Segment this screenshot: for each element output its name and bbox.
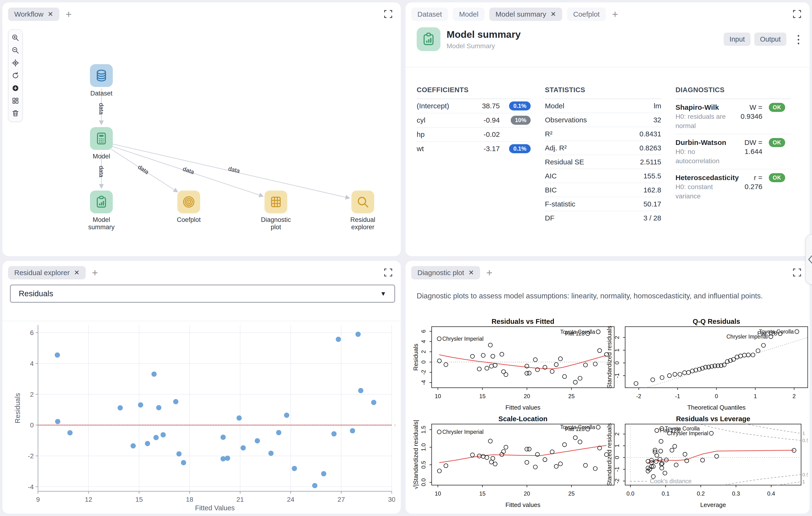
- trash-icon[interactable]: [11, 109, 20, 117]
- table-row: wt-3.170.1%: [417, 142, 531, 156]
- close-icon[interactable]: ✕: [48, 11, 53, 18]
- select-value: Residuals: [19, 289, 53, 298]
- layout-icon[interactable]: [11, 97, 20, 105]
- tab-model[interactable]: Model: [453, 8, 485, 21]
- section-heading: DIAGNOSTICS: [675, 86, 791, 99]
- svg-text:data: data: [98, 166, 105, 178]
- zoom-out-icon[interactable]: [11, 46, 20, 55]
- table-row: hp-0.02: [417, 128, 531, 142]
- workflow-node-model_summary[interactable]: Model summary: [82, 191, 120, 231]
- statistic-symbol: W =: [729, 103, 762, 112]
- svg-text:1: 1: [614, 349, 620, 352]
- tab-dataset[interactable]: Dataset: [411, 8, 448, 21]
- input-button[interactable]: Input: [724, 32, 751, 46]
- tab-label: Residual explorer: [14, 269, 69, 277]
- add-tab-icon[interactable]: +: [486, 267, 492, 279]
- diagnostic-plot-panel: Diagnostic plot✕+ Diagnostic plots to as…: [406, 261, 810, 514]
- null-hypothesis: H0: no autocorrelation: [675, 147, 729, 166]
- scale-location-plot: 101520250.00.51.01.5Scale-LocationFitted…: [406, 414, 614, 516]
- residuals-vs-fitted-plot: 10152025-4-20246Residuals vs FittedFitte…: [406, 317, 614, 426]
- test-status: OK: [762, 138, 785, 166]
- tab-coefplot[interactable]: Coefplot: [567, 8, 606, 21]
- diagnostic-tabbar: Diagnostic plot✕+: [411, 266, 492, 279]
- fullscreen-icon[interactable]: [792, 9, 802, 19]
- expand-side-panel-handle[interactable]: [805, 234, 812, 284]
- svg-text:Residuals vs Fitted: Residuals vs Fitted: [491, 318, 554, 325]
- svg-text:4: 4: [30, 360, 34, 367]
- residuals-scatter-chart: -4-202469121518212427300Fitted ValuesRes…: [8, 322, 395, 513]
- close-icon[interactable]: ✕: [74, 269, 79, 276]
- table-row: DF3 / 28: [545, 211, 661, 225]
- statistic-value: 3 / 28: [643, 214, 661, 222]
- svg-text:0.0: 0.0: [627, 490, 634, 497]
- statistic-value: 0.8431: [639, 130, 661, 138]
- tab-model-summary[interactable]: Model summary✕: [489, 8, 562, 21]
- add-tab-icon[interactable]: +: [92, 267, 98, 279]
- coefficient-value: -0.94: [467, 116, 500, 124]
- statistic-value: 0.9346: [729, 112, 762, 121]
- refresh-icon[interactable]: [11, 71, 20, 80]
- svg-text:Fitted values: Fitted values: [505, 501, 541, 508]
- test-statistic: DW =1.644: [729, 138, 762, 166]
- test-name: Shapiro-Wilk: [675, 103, 729, 112]
- diagnostic-test: Durbin-WatsonH0: no autocorrelation: [675, 138, 729, 166]
- svg-text:Leverage: Leverage: [700, 501, 726, 508]
- table-row: Modellm: [545, 99, 661, 113]
- diagnostic-test: Shapiro-WilkH0: residuals are normal: [675, 103, 729, 130]
- statistic-value: lm: [654, 102, 661, 110]
- svg-text:data: data: [228, 165, 240, 174]
- table-row: Shapiro-WilkH0: residuals are normalW =0…: [675, 99, 791, 134]
- add-tab-icon[interactable]: +: [65, 8, 72, 20]
- statistic-label: Adj. R²: [545, 144, 639, 152]
- significance-badge: 0.1%: [509, 144, 531, 153]
- svg-text:Chrysler Imperial: Chrysler Imperial: [442, 336, 484, 342]
- svg-text:Standardized residuals: Standardized residuals: [606, 423, 613, 486]
- zoom-in-icon[interactable]: [11, 33, 20, 42]
- svg-text:Residuals: Residuals: [412, 344, 419, 371]
- node-label: Model: [82, 153, 120, 160]
- summary-header: Model summary Model Summary InputOutput: [417, 27, 800, 53]
- svg-text:Residuals vs Leverage: Residuals vs Leverage: [676, 415, 750, 423]
- fullscreen-icon[interactable]: [384, 268, 393, 277]
- tab-residual-explorer[interactable]: Residual explorer✕: [8, 266, 86, 279]
- add-node-icon[interactable]: [11, 84, 20, 92]
- tab-diagnostic-plot[interactable]: Diagnostic plot✕: [411, 266, 480, 279]
- add-tab-icon[interactable]: +: [612, 8, 618, 20]
- svg-text:0: 0: [614, 361, 620, 364]
- svg-text:21: 21: [236, 496, 244, 503]
- table-row: HeteroscedasticityH0: constant variancer…: [675, 169, 791, 204]
- close-icon[interactable]: ✕: [468, 269, 474, 276]
- statistic-label: R²: [545, 130, 639, 138]
- svg-text:Toyota Corolla: Toyota Corolla: [560, 329, 595, 335]
- null-hypothesis: H0: residuals are normal: [675, 112, 729, 130]
- svg-text:2: 2: [614, 432, 620, 435]
- locate-icon[interactable]: [11, 59, 20, 67]
- residual-type-select[interactable]: Residuals ▼: [10, 284, 395, 303]
- workflow-toolbar: [8, 29, 23, 122]
- divider: [406, 67, 810, 67]
- svg-text:1.0: 1.0: [420, 443, 427, 451]
- tab-label: Dataset: [417, 10, 442, 18]
- tab-workflow[interactable]: Workflow✕: [8, 8, 59, 21]
- workflow-node-residual_explorer[interactable]: Residual explorer: [344, 191, 382, 231]
- workflow-node-diagnostic_plot[interactable]: Diagnostic plot: [257, 191, 295, 231]
- fullscreen-icon[interactable]: [792, 268, 802, 277]
- workflow-node-model[interactable]: Model: [82, 127, 120, 160]
- statistic-value: 155.5: [643, 172, 661, 180]
- svg-text:9: 9: [36, 496, 40, 503]
- svg-text:data: data: [137, 163, 150, 175]
- report-icon: [90, 191, 113, 213]
- page-subtitle: Model Summary: [446, 42, 495, 50]
- residual-explorer-panel: Residual explorer✕+ Residuals ▼ -4-20246…: [2, 261, 401, 514]
- workflow-node-coefplot[interactable]: Coefplot: [170, 191, 208, 223]
- test-statistic: W =0.9346: [729, 103, 762, 130]
- svg-text:Theoretical Quantiles: Theoretical Quantiles: [687, 404, 746, 411]
- kebab-menu-icon[interactable]: [797, 34, 800, 45]
- section-heading: STATISTICS: [545, 86, 661, 99]
- close-icon[interactable]: ✕: [551, 11, 556, 18]
- output-button[interactable]: Output: [754, 32, 786, 46]
- workflow-node-dataset[interactable]: Dataset: [82, 64, 120, 97]
- svg-text:0.2: 0.2: [697, 490, 705, 497]
- svg-text:0.4: 0.4: [767, 490, 775, 497]
- fullscreen-icon[interactable]: [384, 9, 393, 19]
